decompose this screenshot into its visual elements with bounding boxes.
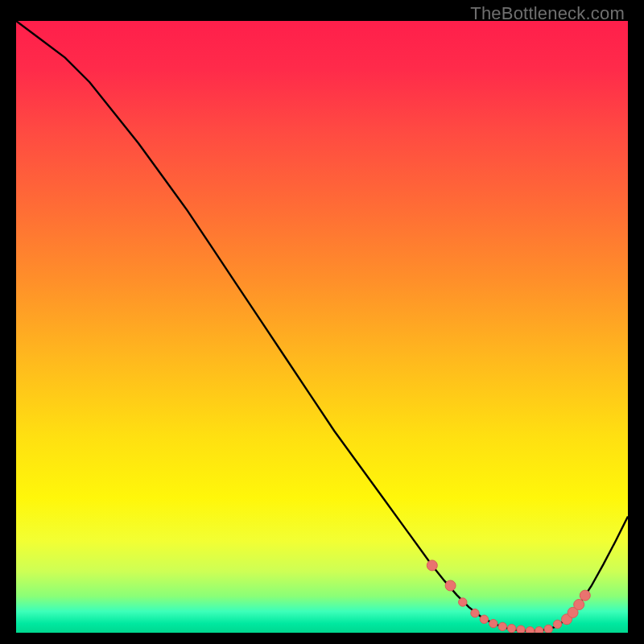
curve-marker [553, 620, 561, 628]
curve-marker [498, 622, 506, 630]
curve-marker [535, 627, 543, 633]
curve-marker [459, 598, 467, 606]
curve-marker [480, 615, 488, 623]
curve-marker [507, 624, 515, 632]
curve-marker [544, 625, 552, 633]
gradient-background [16, 21, 628, 633]
curve-marker [574, 600, 584, 610]
curve-marker [427, 560, 437, 571]
curve-marker [580, 590, 590, 601]
curve-marker [471, 609, 479, 617]
chart-frame [16, 21, 628, 633]
bottleneck-chart [16, 21, 628, 633]
curve-marker [445, 580, 456, 591]
curve-marker [526, 627, 534, 633]
curve-marker [489, 619, 497, 627]
curve-marker [517, 625, 525, 633]
